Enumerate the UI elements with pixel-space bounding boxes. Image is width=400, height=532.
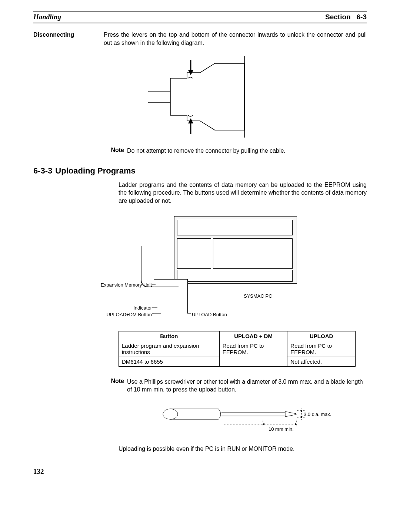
svg-marker-17	[285, 412, 296, 417]
button-table-wrapper: Button UPLOAD + DM UPLOAD Ladder program…	[119, 331, 367, 367]
heading-number: 6-3-3	[33, 166, 52, 176]
label-upload-button: UPLOAD Button	[192, 312, 227, 317]
button-table: Button UPLOAD + DM UPLOAD Ladder program…	[119, 331, 356, 367]
page-number: 132	[33, 467, 367, 476]
th-button: Button	[119, 331, 220, 341]
label-indicator: Indicator	[120, 305, 152, 311]
disconnecting-body: Press the levers on the top and bottom o…	[104, 31, 367, 47]
label-upload-dm-button: UPLOAD+DM Button	[96, 312, 152, 317]
uploading-note-body: Use a Phillips screwdriver or other tool…	[127, 378, 367, 394]
plc-diagram: Expansion Memory Unit Indicator UPLOAD+D…	[96, 216, 304, 324]
note-label: Note	[104, 378, 127, 394]
screwdriver-diagram: 3.0 dia. max. 10 mm min.	[119, 405, 367, 438]
heading-uploading-programs: 6-3-3Uploading Programs	[33, 166, 367, 176]
cell: Ladder program and expansion instruction…	[119, 341, 220, 357]
svg-marker-27	[295, 423, 297, 425]
svg-marker-26	[262, 423, 264, 425]
label-sysmac-pc: SYSMAC PC	[244, 293, 272, 299]
cell: DM6144 to 6655	[119, 357, 220, 366]
page-header: Handling Section 6-3	[33, 11, 367, 23]
svg-point-12	[163, 409, 178, 419]
side-heading-disconnecting: Disconnecting	[33, 31, 104, 47]
cell: Read from PC to EEPROM.	[219, 341, 287, 366]
th-upload: UPLOAD	[287, 331, 356, 341]
section-number: 6-3	[357, 13, 367, 21]
cell: Not affected.	[287, 357, 356, 366]
connector-diagram	[33, 56, 367, 138]
screwdriver-len-label: 10 mm min.	[269, 426, 294, 432]
uploading-closing: Uploading is possible even if the PC is …	[119, 445, 367, 453]
uploading-body: Ladder programs and the contents of data…	[119, 181, 367, 205]
label-exp-mem-unit: Expansion Memory Unit	[93, 282, 152, 288]
screwdriver-dia-label: 3.0 dia. max.	[304, 412, 331, 417]
disconnecting-note-body: Do not attempt to remove the connector b…	[127, 147, 286, 155]
table-row: Ladder program and expansion instruction…	[119, 341, 356, 357]
cell: Read from PC to EEPROM.	[287, 341, 356, 357]
note-label: Note	[104, 147, 127, 155]
section-label: Section	[325, 13, 351, 21]
th-upload-dm: UPLOAD + DM	[219, 331, 287, 341]
running-head-left: Handling	[33, 13, 61, 21]
running-head-right: Section 6-3	[325, 13, 367, 21]
heading-title: Uploading Programs	[55, 166, 135, 175]
